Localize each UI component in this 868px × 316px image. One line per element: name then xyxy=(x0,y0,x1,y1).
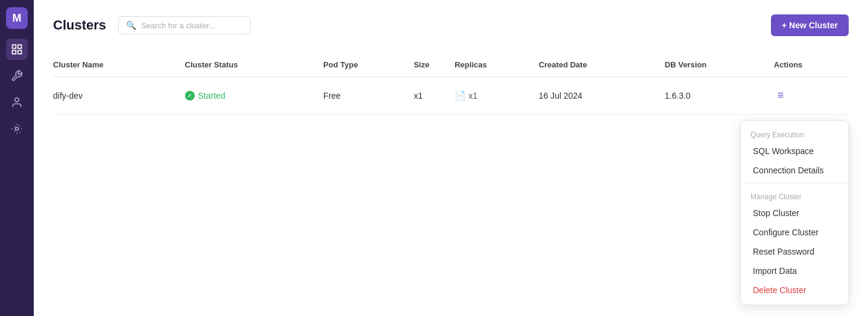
page-title: Clusters xyxy=(53,17,106,33)
manage-section-label: Manage Cluster xyxy=(741,188,848,203)
col-cluster-status: Cluster Status xyxy=(185,60,324,77)
col-created-date: Created Date xyxy=(539,60,665,77)
status-started: Started xyxy=(185,91,324,101)
search-icon: 🔍 xyxy=(126,20,136,30)
status-dot-icon xyxy=(185,91,195,101)
svg-rect-3 xyxy=(18,51,22,54)
dropdown-delete-cluster[interactable]: Delete Cluster xyxy=(741,280,848,300)
dropdown-configure-cluster[interactable]: Configure Cluster xyxy=(741,223,848,242)
clusters-table: Cluster Name Cluster Status Pod Type Siz… xyxy=(53,60,849,114)
svg-point-5 xyxy=(16,128,19,131)
svg-rect-1 xyxy=(18,45,22,49)
actions-dropdown: Query Execution SQL Workspace Connection… xyxy=(740,120,849,305)
svg-rect-0 xyxy=(13,45,16,49)
actions-button[interactable]: ≡ xyxy=(774,88,788,103)
search-input[interactable] xyxy=(141,21,243,30)
cell-replicas: 📄 x1 xyxy=(454,77,538,114)
header-row: Clusters 🔍 + New Cluster xyxy=(53,14,849,36)
sidebar-logo: M xyxy=(6,7,28,29)
table-row: dify-dev Started Free x1 📄 x1 16 Jul 202… xyxy=(53,77,849,114)
new-cluster-button[interactable]: + New Cluster xyxy=(771,14,849,36)
svg-point-4 xyxy=(15,98,19,102)
cell-pod-type: Free xyxy=(323,77,414,114)
sidebar: M xyxy=(0,0,34,316)
col-size: Size xyxy=(414,60,454,77)
header-left: Clusters 🔍 xyxy=(53,16,251,34)
search-box: 🔍 xyxy=(118,16,251,34)
col-cluster-name: Cluster Name xyxy=(53,60,185,77)
status-label: Started xyxy=(198,91,225,101)
dropdown-divider xyxy=(741,184,848,184)
cell-actions: ≡ xyxy=(774,77,849,114)
replica-icon: 📄 xyxy=(454,90,466,101)
dropdown-stop-cluster[interactable]: Stop Cluster xyxy=(741,203,848,223)
col-actions: Actions xyxy=(774,60,849,77)
cell-size: x1 xyxy=(414,77,454,114)
sidebar-item-clusters[interactable] xyxy=(6,39,28,60)
col-pod-type: Pod Type xyxy=(323,60,414,77)
dropdown-reset-password[interactable]: Reset Password xyxy=(741,242,848,261)
cell-cluster-name: dify-dev xyxy=(53,77,185,114)
col-replicas: Replicas xyxy=(454,60,538,77)
cell-db-version: 1.6.3.0 xyxy=(665,77,774,114)
main-content: Clusters 🔍 + New Cluster Cluster Name Cl… xyxy=(34,0,868,316)
dropdown-sql-workspace[interactable]: SQL Workspace xyxy=(741,141,848,161)
svg-rect-2 xyxy=(13,51,16,54)
query-section-label: Query Execution xyxy=(741,126,848,141)
dropdown-connection-details[interactable]: Connection Details xyxy=(741,161,848,180)
dropdown-import-data[interactable]: Import Data xyxy=(741,261,848,280)
sidebar-item-settings[interactable] xyxy=(6,118,28,140)
replicas-value: x1 xyxy=(468,91,477,101)
cell-created-date: 16 Jul 2024 xyxy=(539,77,665,114)
col-db-version: DB Version xyxy=(665,60,774,77)
sidebar-item-tools[interactable] xyxy=(6,65,28,87)
sidebar-item-user[interactable] xyxy=(6,91,28,113)
cell-cluster-status: Started xyxy=(185,77,324,114)
replicas-container: 📄 x1 xyxy=(454,90,538,101)
